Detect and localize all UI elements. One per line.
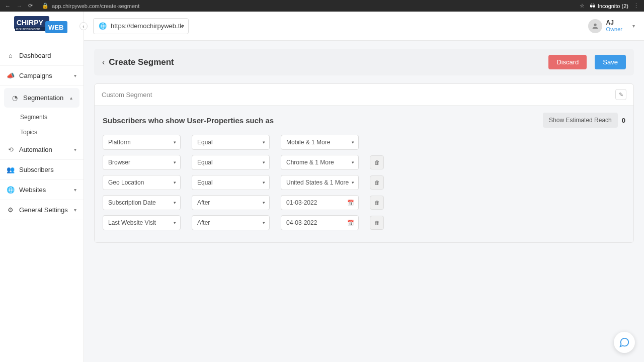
svg-text:WEB: WEB (48, 24, 63, 31)
reach-count: 0 (622, 117, 625, 124)
chevron-down-icon: ▾ (263, 160, 265, 165)
rule-row: Platform▾Equal▾Mobile & 1 More▾ (103, 135, 625, 150)
chevron-down-icon: ▾ (174, 160, 176, 165)
rule-date-input[interactable]: 04-03-2022📅 (281, 215, 359, 230)
segment-panel: Custom Segment ✎ Subscribers who show Us… (94, 83, 634, 243)
rule-property-select[interactable]: Platform▾ (103, 135, 181, 150)
rule-property-select[interactable]: Browser▾ (103, 155, 181, 170)
save-button[interactable]: Save (595, 55, 626, 69)
calendar-icon: 📅 (347, 200, 354, 206)
chevron-down-icon: ▾ (74, 73, 76, 78)
page-header: ‹ Create Segment Discard Save (94, 49, 634, 75)
sidebar-item-campaigns[interactable]: 📣 Campaigns ▾ (0, 66, 84, 86)
chevron-down-icon: ▾ (263, 180, 265, 185)
delete-rule-button[interactable]: 🗑 (370, 216, 384, 230)
svg-text:CHIRPY: CHIRPY (17, 19, 44, 27)
rule-operator-select[interactable]: Equal▾ (192, 155, 270, 170)
page-title: Create Segment (109, 57, 544, 67)
chevron-down-icon: ▾ (74, 147, 76, 152)
delete-rule-button[interactable]: 🗑 (370, 196, 384, 210)
sidebar-collapse-icon[interactable]: ‹ (79, 22, 88, 30)
chevron-down-icon: ▾ (352, 180, 354, 185)
megaphone-icon: 📣 (7, 72, 14, 79)
sidebar-item-general-settings[interactable]: ⚙ General Settings ▾ (0, 200, 84, 220)
chevron-down-icon: ▾ (174, 140, 176, 145)
globe-icon: 🌐 (99, 22, 107, 30)
chat-fab[interactable] (614, 332, 635, 353)
segment-icon: ◔ (11, 95, 18, 102)
segment-name-text: Custom Segment (102, 91, 615, 99)
url-text: app.chirpyweb.com/create-segment (52, 3, 139, 9)
user-name: AJ (606, 19, 622, 26)
rule-property-select[interactable]: Geo Location▾ (103, 175, 181, 190)
forward-icon[interactable]: → (17, 3, 22, 9)
edit-name-button[interactable]: ✎ (615, 89, 626, 100)
rule-operator-select[interactable]: After▾ (192, 215, 270, 230)
chevron-down-icon: ▾ (174, 200, 176, 205)
calendar-icon: 📅 (347, 220, 354, 226)
sidebar: CHIRPY PUSH NOTIFICATIONS WEB ‹ ⌂ Dashbo… (0, 12, 84, 362)
rule-property-select[interactable]: Last Website Visit▾ (103, 215, 181, 230)
gear-icon: ⚙ (7, 207, 14, 214)
incognito-icon: 🕶 (590, 3, 595, 9)
automation-icon: ⟲ (7, 146, 14, 153)
back-chevron-icon[interactable]: ‹ (102, 58, 105, 67)
site-select[interactable]: 🌐 https://demochirpyweb.tk ▾ (93, 18, 189, 34)
chevron-up-icon: ▴ (70, 95, 72, 101)
chevron-down-icon: ▾ (352, 160, 354, 165)
chevron-down-icon: ▾ (263, 140, 265, 145)
discard-button[interactable]: Discard (548, 55, 587, 69)
browser-bar: ← → ⟳ 🔒 app.chirpyweb.com/create-segment… (0, 0, 644, 12)
rule-operator-select[interactable]: After▾ (192, 195, 270, 210)
avatar (588, 19, 602, 33)
rule-value-select[interactable]: Chrome & 1 More▾ (281, 155, 359, 170)
segment-name-row: Custom Segment ✎ (95, 84, 633, 106)
sidebar-item-subscribers[interactable]: 👥 Subscribers (0, 160, 84, 180)
chevron-down-icon: ▾ (174, 180, 176, 185)
sidebar-item-dashboard[interactable]: ⌂ Dashboard (0, 46, 84, 66)
reload-icon[interactable]: ⟳ (28, 3, 33, 9)
segmentation-submenu: Segments Topics (0, 110, 84, 140)
back-icon[interactable]: ← (5, 3, 11, 9)
chevron-down-icon: ▾ (182, 23, 184, 29)
chevron-down-icon: ▾ (174, 220, 176, 225)
rule-date-input[interactable]: 01-03-2022📅 (281, 195, 359, 210)
delete-rule-button[interactable]: 🗑 (370, 175, 384, 190)
rule-row: Last Website Visit▾After▾04-03-2022📅🗑 (103, 215, 625, 230)
sidebar-sub-segments[interactable]: Segments (20, 110, 84, 125)
chevron-down-icon: ▾ (263, 200, 265, 205)
rules-container: Platform▾Equal▾Mobile & 1 More▾Browser▾E… (103, 135, 625, 230)
user-menu[interactable]: AJ Owner ▾ (588, 19, 635, 33)
svg-point-6 (594, 23, 596, 26)
chevron-down-icon: ▾ (74, 187, 76, 193)
menu-dots-icon[interactable]: ⋮ (633, 3, 639, 9)
sidebar-item-segmentation[interactable]: ◔ Segmentation ▴ (4, 88, 79, 108)
incognito-indicator[interactable]: 🕶 Incognito (2) (590, 3, 628, 9)
user-role: Owner (606, 26, 622, 33)
rule-row: Geo Location▾Equal▾United States & 1 Mor… (103, 175, 625, 190)
star-icon[interactable]: ☆ (580, 3, 585, 9)
chevron-down-icon: ▾ (263, 220, 265, 225)
topbar: 🌐 https://demochirpyweb.tk ▾ AJ Owner ▾ (84, 12, 644, 41)
rule-value-select[interactable]: Mobile & 1 More▾ (281, 135, 359, 150)
rule-row: Subscription Date▾After▾01-03-2022📅🗑 (103, 195, 625, 210)
lock-icon: 🔒 (42, 3, 49, 9)
sidebar-sub-topics[interactable]: Topics (20, 125, 84, 140)
rule-property-select[interactable]: Subscription Date▾ (103, 195, 181, 210)
sidebar-item-automation[interactable]: ⟲ Automation ▾ (0, 140, 84, 160)
delete-rule-button[interactable]: 🗑 (370, 155, 384, 169)
panel-heading: Subscribers who show User-Properties suc… (103, 116, 543, 125)
show-reach-button[interactable]: Show Estimated Reach (543, 113, 618, 128)
home-icon: ⌂ (7, 52, 14, 59)
rule-operator-select[interactable]: Equal▾ (192, 135, 270, 150)
rule-row: Browser▾Equal▾Chrome & 1 More▾🗑 (103, 155, 625, 170)
sidebar-item-websites[interactable]: 🌐 Websites ▾ (0, 180, 84, 200)
rule-value-select[interactable]: United States & 1 More▾ (281, 175, 359, 190)
rule-operator-select[interactable]: Equal▾ (192, 175, 270, 190)
logo[interactable]: CHIRPY PUSH NOTIFICATIONS WEB ‹ (0, 12, 84, 41)
svg-text:PUSH NOTIFICATIONS: PUSH NOTIFICATIONS (16, 28, 40, 31)
globe-icon: 🌐 (7, 187, 14, 194)
chevron-down-icon: ▾ (632, 23, 635, 29)
chevron-down-icon: ▾ (352, 140, 354, 145)
users-icon: 👥 (7, 166, 14, 173)
